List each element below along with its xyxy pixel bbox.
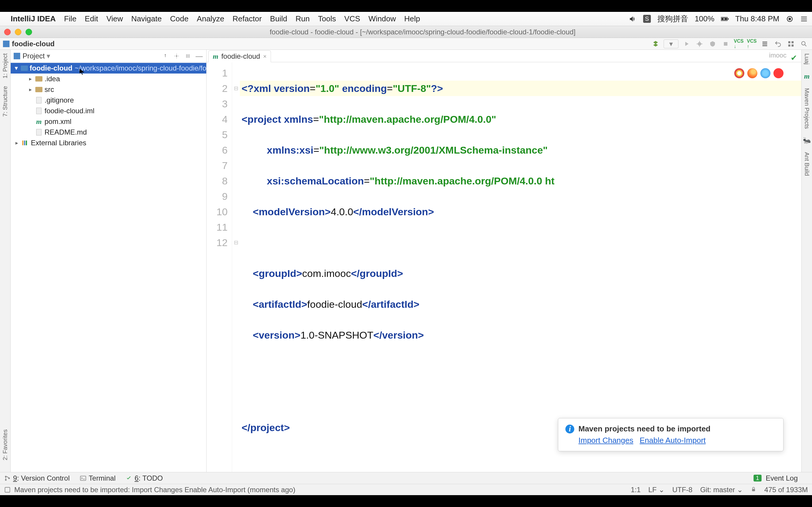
menu-view[interactable]: View [106, 14, 123, 23]
project-tree[interactable]: ▼ foodie-cloud ~/workspace/imooc/spring-… [11, 62, 206, 472]
window-maximize-button[interactable] [26, 29, 32, 35]
rail-favorites[interactable]: 2: Favorites [2, 428, 9, 462]
menu-file[interactable]: File [64, 14, 77, 23]
project-structure-button[interactable] [786, 40, 796, 48]
rail-lua[interactable]: Luaj [803, 52, 810, 66]
tree-item-idea[interactable]: ▸ .idea [11, 73, 206, 84]
code-editor[interactable]: <?xml version="1.0" encoding="UTF-8"?> <… [240, 62, 801, 472]
scroll-to-source-button[interactable] [161, 52, 169, 60]
run-button[interactable] [681, 40, 692, 48]
stop-button[interactable] [721, 40, 731, 48]
battery-label[interactable]: 100% [695, 14, 715, 23]
editor-tab-foodie-cloud[interactable]: m foodie-cloud × [208, 50, 271, 62]
expand-arrow-icon[interactable]: ▸ [14, 139, 19, 146]
menu-help[interactable]: Help [404, 14, 420, 23]
tool-event-log[interactable]: 1 Event Log [754, 474, 798, 483]
svg-rect-5 [801, 17, 807, 17]
rail-structure[interactable]: 7: Structure [2, 84, 9, 118]
project-view-dropdown[interactable]: ▾ [47, 52, 50, 60]
vcs-update-button[interactable]: VCS↓ [733, 40, 744, 48]
app-name[interactable]: IntelliJ IDEA [11, 14, 56, 23]
svg-rect-21 [26, 140, 27, 145]
undo-button[interactable] [773, 40, 783, 48]
tree-item-pom[interactable]: m pom.xml [11, 116, 206, 127]
expand-arrow-icon[interactable]: ▼ [14, 65, 19, 71]
debug-button[interactable] [695, 40, 705, 48]
tree-item-iml[interactable]: foodie-cloud.iml [11, 106, 206, 116]
project-header-title[interactable]: Project [22, 52, 45, 60]
maven-rail-icon[interactable]: m [804, 72, 810, 80]
close-tab-button[interactable]: × [263, 53, 266, 60]
memory-indicator[interactable]: 475 of 1933M [764, 486, 808, 494]
expand-arrow-icon[interactable]: ▸ [27, 86, 33, 93]
menu-build[interactable]: Build [270, 14, 287, 23]
tool-terminal[interactable]: Terminal [80, 474, 116, 483]
svg-rect-19 [22, 140, 23, 145]
rail-ant[interactable]: Ant Build [803, 150, 810, 178]
settings-button[interactable] [184, 52, 192, 60]
editor-tabs: m foodie-cloud × [207, 50, 801, 62]
status-icon[interactable] [4, 487, 11, 493]
menu-run[interactable]: Run [296, 14, 310, 23]
tree-item-src[interactable]: ▸ src [11, 84, 206, 95]
menu-edit[interactable]: Edit [85, 14, 98, 23]
hide-button[interactable]: — [195, 52, 203, 60]
window-minimize-button[interactable] [15, 29, 21, 35]
breadcrumb[interactable]: foodie-cloud [12, 40, 55, 48]
mac-menubar: IntelliJ IDEA File Edit View Navigate Co… [0, 12, 812, 26]
import-changes-link[interactable]: Import Changes [578, 436, 633, 445]
search-button[interactable] [799, 40, 809, 48]
svg-point-15 [176, 55, 177, 57]
rail-project[interactable]: 1: Project [2, 52, 9, 80]
inspection-indicator-icon[interactable]: ✔ [791, 53, 797, 63]
svg-rect-13 [792, 45, 794, 47]
menu-vcs[interactable]: VCS [344, 14, 360, 23]
ant-rail-icon[interactable]: 🐜 [803, 137, 811, 145]
tree-external-libs[interactable]: ▸ External Libraries [11, 137, 206, 148]
menu-analyze[interactable]: Analyze [197, 14, 224, 23]
battery-icon[interactable] [721, 15, 728, 23]
enable-auto-import-link[interactable]: Enable Auto-Import [640, 436, 706, 445]
window-close-button[interactable] [4, 29, 11, 35]
editor-breadcrumb[interactable]: imooc [766, 50, 790, 61]
collapse-all-button[interactable] [172, 52, 181, 60]
lock-icon[interactable] [751, 486, 757, 494]
line-gutter[interactable]: 1 2 3 4 5 6 7 8 9 10 11 12 [207, 62, 232, 472]
svg-rect-26 [5, 487, 10, 492]
spotlight-icon[interactable] [786, 15, 794, 23]
fold-icon[interactable]: ⊟ [232, 235, 240, 250]
tree-root[interactable]: ▼ foodie-cloud ~/workspace/imooc/spring-… [11, 63, 206, 73]
volume-icon[interactable] [629, 15, 637, 23]
rail-maven[interactable]: Maven Projects [803, 86, 810, 131]
vcs-history-button[interactable] [760, 40, 770, 48]
caret-position[interactable]: 1:1 [631, 486, 641, 494]
libraries-icon [21, 139, 29, 146]
vcs-commit-button[interactable]: VCS↑ [747, 40, 757, 48]
expand-arrow-icon[interactable]: ▸ [27, 75, 33, 82]
menu-tools[interactable]: Tools [318, 14, 336, 23]
fold-gutter[interactable]: ⊟⊟ [232, 62, 240, 472]
ime-label[interactable]: 搜狗拼音 [657, 14, 688, 24]
build-button[interactable] [651, 40, 661, 48]
line-ending[interactable]: LF ⌄ [649, 486, 665, 494]
menu-navigate[interactable]: Navigate [131, 14, 162, 23]
tool-todo[interactable]: 6: TODO [125, 474, 163, 483]
file-encoding[interactable]: UTF-8 [672, 486, 693, 494]
menu-refactor[interactable]: Refactor [233, 14, 262, 23]
fold-icon[interactable]: ⊟ [232, 81, 240, 96]
clock[interactable]: Thu 8:48 PM [735, 14, 779, 23]
menu-list-icon[interactable] [800, 15, 808, 23]
run-config-dropdown[interactable]: ▾ [664, 40, 678, 48]
ime-icon[interactable]: S [643, 15, 651, 23]
svg-rect-9 [724, 42, 727, 46]
menu-window[interactable]: Window [369, 14, 396, 23]
menu-code[interactable]: Code [170, 14, 189, 23]
tree-item-gitignore[interactable]: .gitignore [11, 95, 206, 106]
info-icon: i [565, 425, 574, 434]
svg-rect-2 [728, 18, 729, 19]
coverage-button[interactable] [708, 40, 718, 48]
git-branch[interactable]: Git: master ⌄ [700, 486, 743, 494]
tree-item-readme[interactable]: README.md [11, 127, 206, 137]
project-header-icon [14, 53, 20, 59]
tool-version-control[interactable]: 99: Version Control: Version Control [4, 474, 70, 483]
